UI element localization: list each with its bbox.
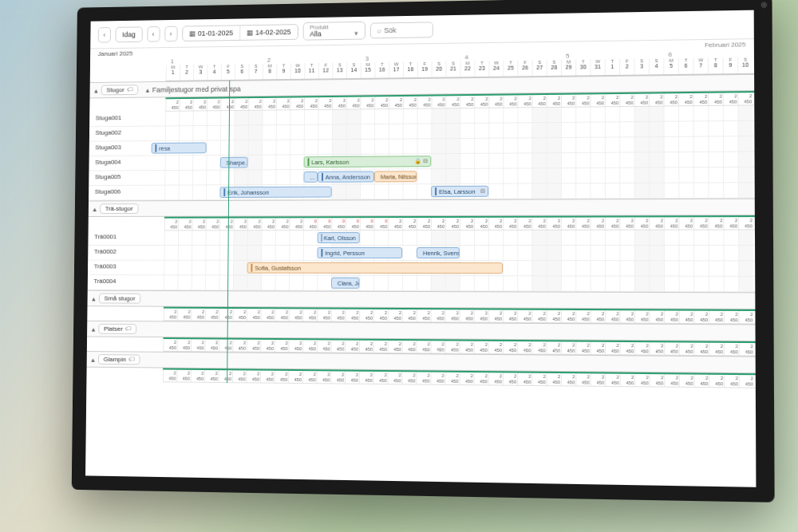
bar-icons: ⊟: [480, 188, 485, 195]
date-to: 14-02-2025: [255, 28, 291, 36]
next-button[interactable]: ›: [164, 26, 177, 41]
day-header: T2: [180, 65, 193, 81]
day-header: W24: [488, 61, 503, 77]
resource-lane[interactable]: Erik, JohanssonElsa, Larsson⊟: [164, 183, 755, 199]
resource-row: Trä0001 Karl, Olsson: [88, 230, 755, 246]
resource-label: Stuga006: [89, 186, 164, 200]
day-header: T25: [503, 60, 517, 76]
today-button[interactable]: Idag: [115, 26, 142, 42]
day-header: S28: [547, 60, 561, 76]
day-header: F2: [619, 58, 634, 74]
booking-bar[interactable]: Lars, Karlsson🔒 ⊟: [304, 156, 432, 167]
section-chip[interactable]: Stugor 🏷: [101, 85, 138, 95]
section-chip[interactable]: Trä-stugor: [100, 203, 138, 214]
product-select[interactable]: Produkt Alla▾: [302, 22, 365, 41]
back-button[interactable]: ‹: [98, 27, 111, 43]
date-range-picker[interactable]: ▦01-01-2025 ▦14-02-2025: [182, 24, 298, 41]
day-header: S7: [248, 64, 263, 80]
day-header: M8: [263, 64, 277, 80]
day-header: T6: [678, 57, 693, 73]
day-header: S27: [532, 60, 547, 76]
day-header: T23: [474, 61, 488, 77]
week-number: 3: [365, 55, 369, 62]
day-header: S14: [346, 62, 361, 78]
chevron-down-icon: ▴: [91, 356, 95, 364]
resource-label: Trä0001: [88, 231, 164, 245]
calendar-icon: ▦: [188, 30, 196, 37]
booking-bar[interactable]: Sofia, Gustafsson: [247, 262, 504, 274]
day-header: F9: [723, 57, 738, 74]
tag-icon: 🏷: [127, 86, 133, 93]
resource-lane[interactable]: Ingrid, PerssonHenrik, Svensson: [164, 246, 755, 260]
booking-bar[interactable]: Henrik, Svensson: [417, 247, 460, 258]
resource-label: Trä0004: [88, 275, 164, 290]
day-header: T9: [276, 63, 290, 79]
day-header: M15: [361, 62, 375, 78]
resource-row: Trä0003 Sofia, Gustafsson: [88, 261, 755, 277]
booking-bar[interactable]: Erik, Johansson: [219, 187, 331, 198]
day-header: M5: [663, 58, 678, 74]
resource-lane[interactable]: ...Anna, AnderssonMaria, Nilsson: [164, 167, 754, 185]
day-header: W7: [693, 57, 708, 73]
subgroup-label: Familjestugor med privat spa: [152, 85, 241, 93]
section-chip[interactable]: Små stugor: [99, 294, 140, 304]
resource-label: Stuga004: [89, 156, 164, 170]
day-header: M22: [460, 61, 474, 77]
week-number: 2: [267, 57, 271, 64]
booking-bar[interactable]: ...: [303, 171, 318, 183]
day-header: S21: [445, 61, 460, 77]
search-box[interactable]: ⌕: [369, 22, 433, 38]
section-header[interactable]: ▴ Trä-stugor: [89, 199, 755, 217]
section-chip[interactable]: Platser 🏷: [98, 324, 136, 334]
booking-bar[interactable]: resa: [152, 142, 207, 153]
day-header: S10: [737, 57, 753, 73]
chevron-down-icon: ▴: [92, 294, 96, 302]
booking-bar[interactable]: Anna, Andersson: [318, 171, 374, 183]
day-header: W31: [590, 59, 604, 75]
bar-icons: 🔒 ⊟: [414, 158, 428, 164]
day-header: F19: [417, 61, 432, 77]
day-header: F5: [221, 64, 235, 80]
chevron-down-icon: ▴: [94, 86, 98, 94]
booking-bar[interactable]: Elsa, Larsson⊟: [431, 186, 488, 197]
day-header: S6: [235, 64, 249, 80]
day-header: M1: [166, 65, 180, 81]
day-header: F26: [518, 60, 532, 76]
section-chip[interactable]: Glampin 🏷: [98, 354, 140, 365]
day-header: F12: [318, 63, 333, 79]
booking-bar[interactable]: Ingrid, Persson: [317, 247, 402, 258]
day-header: W10: [290, 63, 305, 79]
search-icon: ⌕: [377, 26, 381, 34]
day-header: T16: [374, 62, 389, 78]
booking-bar[interactable]: Clara, Jonsson: [331, 278, 360, 289]
week-number: 4: [464, 53, 468, 61]
resource-lane[interactable]: Sofia, Gustafsson: [164, 261, 755, 276]
date-from: 01-01-2025: [198, 29, 233, 37]
booking-bar[interactable]: Maria, Nilsson: [374, 171, 417, 182]
chevron-down-icon: ▴: [145, 85, 149, 93]
day-header: S4: [649, 58, 664, 74]
resource-lane[interactable]: Karl, Olsson: [164, 230, 755, 245]
resource-row: Trä0002 Ingrid, PerssonHenrik, Svensson: [88, 246, 755, 261]
resource-lane[interactable]: Clara, Jonsson: [164, 275, 755, 291]
day-header: T4: [207, 65, 220, 81]
day-header: T8: [708, 57, 723, 73]
booking-bar[interactable]: Sharpe...: [220, 157, 248, 168]
month-left: Januari 2025: [98, 50, 133, 57]
day-header: T30: [575, 59, 590, 75]
booking-bar[interactable]: Karl, Olsson: [318, 232, 360, 243]
day-header: T1: [605, 59, 619, 75]
product-value: Alla: [310, 30, 322, 38]
prev-button[interactable]: ‹: [147, 26, 160, 42]
tag-icon: 🏷: [128, 356, 135, 363]
chevron-left-icon: ‹: [103, 30, 105, 38]
chevron-right-icon: ›: [170, 30, 172, 37]
resource-label: Stuga005: [89, 171, 164, 185]
resource-label: Trä0002: [88, 246, 164, 260]
month-right: Februari 2025: [705, 41, 746, 49]
chevron-left-icon: ‹: [152, 30, 155, 37]
week-number: 6: [668, 51, 672, 58]
search-input[interactable]: [384, 26, 423, 34]
calendar-icon: ▦: [247, 28, 254, 36]
resource-label: Stuga002: [89, 126, 165, 140]
